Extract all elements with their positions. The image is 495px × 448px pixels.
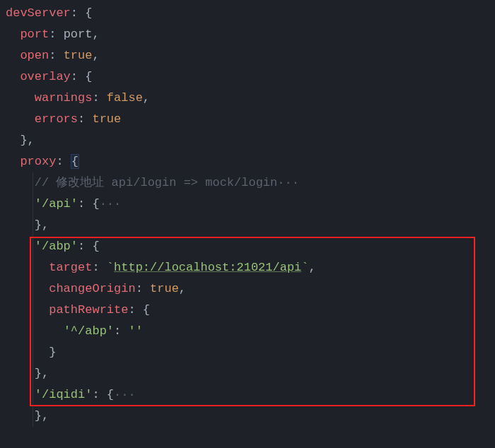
property: warnings xyxy=(35,91,93,105)
indent-guide xyxy=(33,194,33,215)
property: port xyxy=(20,28,49,41)
indent-guide xyxy=(33,406,33,427)
colon: : xyxy=(78,112,85,126)
code-line[interactable]: '^/abp': '' xyxy=(0,321,495,342)
code-line[interactable]: overlay: { xyxy=(0,66,495,88)
code-line[interactable]: } xyxy=(0,342,495,363)
brace-open: { xyxy=(92,240,99,253)
colon: : xyxy=(49,28,56,41)
fold-indicator-icon[interactable]: ··· xyxy=(277,176,299,189)
colon: : xyxy=(78,197,85,211)
indent-guide xyxy=(33,236,33,257)
property: proxy xyxy=(20,155,56,168)
code-line[interactable]: }, xyxy=(0,406,495,427)
code-line[interactable]: errors: true xyxy=(0,109,495,130)
url-text: http://localhost:21021/api xyxy=(114,261,301,274)
code-line[interactable]: }, xyxy=(0,363,495,384)
comma: , xyxy=(143,91,150,105)
comma: , xyxy=(92,49,99,62)
brace-open: { xyxy=(85,6,92,20)
colon: : xyxy=(49,49,56,62)
brace-open: { xyxy=(92,197,99,211)
colon: : xyxy=(92,91,99,105)
boolean: true xyxy=(64,49,93,62)
brace-close: } xyxy=(49,346,56,359)
code-line[interactable]: '/api': {··· xyxy=(0,194,495,215)
indent-guide xyxy=(33,384,33,406)
fold-indicator-icon[interactable]: ··· xyxy=(114,388,136,401)
code-line[interactable]: pathRewrite: { xyxy=(0,300,495,321)
comma: , xyxy=(28,134,35,147)
fold-indicator-icon[interactable]: ··· xyxy=(100,197,122,211)
colon: : xyxy=(78,240,85,253)
code-line[interactable]: }, xyxy=(0,130,495,151)
brace-close: } xyxy=(35,409,42,423)
comma: , xyxy=(179,282,186,295)
property: errors xyxy=(35,112,78,126)
comma: , xyxy=(92,28,99,41)
brace-open: { xyxy=(143,303,150,317)
property: devServer xyxy=(6,6,71,20)
property: open xyxy=(20,49,49,62)
colon: : xyxy=(56,155,63,168)
indent-guide xyxy=(33,257,33,278)
code-line[interactable]: open: true, xyxy=(0,45,495,66)
code-line[interactable]: changeOrigin: true, xyxy=(0,278,495,300)
comma: , xyxy=(309,261,316,274)
string-key: '/abp' xyxy=(35,240,78,253)
property: target xyxy=(49,261,92,274)
comma: , xyxy=(42,409,49,423)
code-line[interactable]: // 修改地址 api/login => mock/login··· xyxy=(0,172,495,194)
code-line[interactable]: port: port, xyxy=(0,24,495,45)
indent-guide xyxy=(33,342,33,363)
code-line[interactable]: devServer: { xyxy=(0,3,495,24)
string-key: '^/abp' xyxy=(64,324,114,338)
code-editor[interactable]: devServer: { port: port, open: true, ove… xyxy=(0,0,495,427)
identifier: port xyxy=(64,28,93,41)
code-line[interactable]: target: `http://localhost:21021/api`, xyxy=(0,257,495,278)
brace-open: { xyxy=(85,70,92,83)
string: '' xyxy=(128,324,142,338)
code-line[interactable]: warnings: false, xyxy=(0,88,495,109)
colon: : xyxy=(71,6,78,20)
brace-close: } xyxy=(35,367,42,380)
comma: , xyxy=(42,367,49,380)
code-line[interactable]: '/abp': { xyxy=(0,236,495,257)
colon: : xyxy=(92,261,99,274)
colon: : xyxy=(128,303,135,317)
brace-open: { xyxy=(107,388,114,401)
boolean: true xyxy=(150,282,179,295)
colon: : xyxy=(92,388,99,401)
code-line[interactable]: }, xyxy=(0,215,495,236)
code-line[interactable]: proxy: { xyxy=(0,151,495,172)
brace-open-cursor: { xyxy=(71,154,79,169)
property: pathRewrite xyxy=(49,303,128,317)
comma: , xyxy=(42,218,49,232)
indent-guide xyxy=(33,300,33,321)
indent-guide xyxy=(33,278,33,300)
template-string: `http://localhost:21021/api` xyxy=(107,261,309,274)
indent-guide xyxy=(33,321,33,342)
colon: : xyxy=(71,70,78,83)
brace-close: } xyxy=(35,218,42,232)
string-key: '/iqidi' xyxy=(35,388,93,401)
boolean: false xyxy=(107,91,143,105)
property: changeOrigin xyxy=(49,282,135,295)
string-key: '/api' xyxy=(35,197,78,211)
colon: : xyxy=(114,324,121,338)
boolean: true xyxy=(92,112,121,126)
indent-guide xyxy=(33,215,33,236)
brace-close: } xyxy=(20,134,27,147)
code-line[interactable]: '/iqidi': {··· xyxy=(0,384,495,406)
property: overlay xyxy=(20,70,70,83)
colon: : xyxy=(136,282,143,295)
comment: // 修改地址 api/login => mock/login xyxy=(35,176,277,189)
indent-guide xyxy=(33,172,33,194)
indent-guide xyxy=(33,363,33,384)
